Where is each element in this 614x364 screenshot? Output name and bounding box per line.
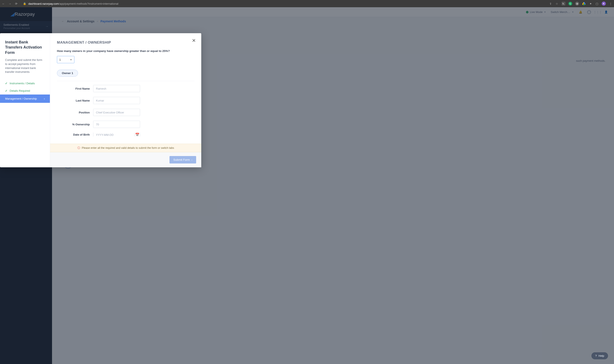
dob-label: Date of Birth (57, 133, 93, 136)
ext-drive-icon[interactable] (582, 2, 586, 6)
modal-footer: Submit Form › (50, 152, 201, 167)
check-icon: ✓ (5, 82, 7, 85)
first-name-label: First Name (57, 87, 93, 90)
ext-h-icon[interactable]: h. (561, 2, 565, 6)
chevron-right-icon: › (192, 159, 192, 161)
position-label: Position (57, 111, 93, 114)
modal-description: Complete and submit the form to accept p… (5, 58, 45, 74)
owner-tab[interactable]: Owner 1 (57, 70, 78, 77)
star-icon[interactable]: ☆ (555, 2, 558, 5)
section-title: MANAGEMENT / OWNERSHIP (57, 40, 195, 45)
last-name-label: Last Name (57, 99, 93, 102)
ext-globe-icon[interactable]: ⊕ (575, 2, 579, 6)
modal-title: Instant Bank Transfers Activation Form (5, 39, 45, 55)
validation-warning: ⓘ Please enter all the required and vali… (50, 144, 201, 152)
kebab-icon[interactable]: ⋮ (609, 2, 612, 5)
step-label: Management / Ownership (5, 97, 37, 100)
activation-modal: Instant Bank Transfers Activation Form C… (0, 33, 201, 167)
step-instruments[interactable]: ✓ Instruments / Details (5, 80, 45, 87)
owners-question: How many owners in your company have own… (57, 49, 195, 52)
lock-icon: 🔒 (23, 2, 26, 5)
warning-text: Please enter all the required and valid … (82, 146, 174, 149)
position-input[interactable] (93, 109, 140, 116)
forward-icon[interactable]: → (8, 2, 12, 5)
ext-grammarly-icon[interactable]: G (568, 2, 572, 6)
ownership-input[interactable] (93, 121, 140, 128)
owner-count-value: 1 (59, 58, 61, 61)
submit-button[interactable]: Submit Form › (169, 156, 196, 163)
step-label: Details Required (10, 89, 30, 92)
step-management-ownership[interactable]: Management / Ownership › (0, 94, 50, 103)
extensions-icon[interactable]: ✦ (589, 2, 592, 5)
url-host: dashboard.razorpay.com (28, 2, 59, 5)
check-icon: ✓ (5, 89, 7, 92)
reload-icon[interactable]: ⟳ (14, 2, 18, 5)
step-label: Instruments / Details (10, 82, 35, 85)
panel-icon[interactable]: ▢ (595, 2, 599, 5)
chevron-down-icon: ▼ (70, 59, 72, 61)
help-icon: ? (595, 354, 597, 357)
url-path: /app/payment-methods?instrument=internat… (59, 2, 118, 5)
last-name-input[interactable] (93, 97, 140, 104)
url-bar[interactable]: 🔒 dashboard.razorpay.com/app/payment-met… (23, 2, 546, 5)
warning-icon: ⓘ (77, 146, 80, 150)
divider (57, 81, 195, 81)
help-button[interactable]: ? Help (591, 352, 608, 359)
help-label: Help (599, 354, 604, 357)
chevron-right-icon: › (44, 97, 45, 100)
owner-count-select[interactable]: 1 ▼ (57, 56, 74, 63)
share-icon[interactable]: ⇪ (549, 2, 552, 5)
modal-sidebar: Instant Bank Transfers Activation Form C… (0, 33, 50, 167)
modal-content: ✕ MANAGEMENT / OWNERSHIP How many owners… (50, 33, 201, 167)
back-icon[interactable]: ← (2, 2, 5, 5)
browser-chrome: ← → ⟳ 🔒 dashboard.razorpay.com/app/payme… (0, 0, 614, 7)
step-details-required[interactable]: ✓ Details Required (5, 87, 45, 94)
calendar-icon[interactable]: 📅 (134, 133, 140, 136)
dob-input[interactable] (93, 133, 134, 136)
close-icon[interactable]: ✕ (192, 38, 196, 43)
submit-label: Submit Form (173, 158, 190, 161)
first-name-input[interactable] (93, 85, 140, 92)
ownership-label: % Ownership (57, 123, 93, 126)
profile-avatar[interactable]: K (602, 1, 606, 6)
